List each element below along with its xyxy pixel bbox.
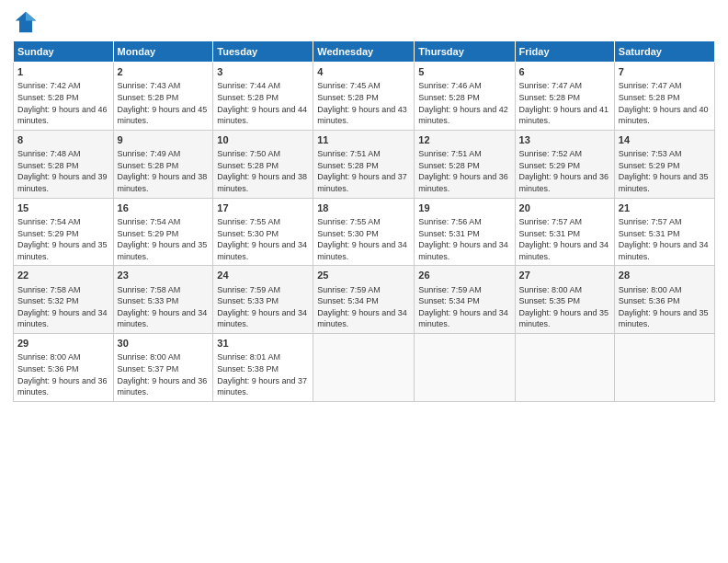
calendar-cell: 12Sunrise: 7:51 AMSunset: 5:28 PMDayligh…: [415, 130, 515, 198]
day-number: 6: [519, 65, 610, 79]
week-row-1: 1Sunrise: 7:42 AMSunset: 5:28 PMDaylight…: [14, 63, 715, 131]
day-number: 5: [418, 65, 510, 79]
sunset-label: Sunset: 5:28 PM: [519, 93, 581, 102]
sunset-label: Sunset: 5:28 PM: [217, 161, 279, 170]
sunset-label: Sunset: 5:28 PM: [118, 161, 179, 170]
day-number: 27: [519, 269, 610, 282]
sunrise-label: Sunrise: 7:56 AM: [418, 217, 482, 226]
page-header: [13, 9, 715, 35]
day-number: 30: [118, 337, 210, 350]
daylight-label: Daylight: 9 hours and 35 minutes.: [619, 172, 709, 193]
sunset-label: Sunset: 5:31 PM: [619, 229, 680, 238]
sunrise-label: Sunrise: 7:47 AM: [619, 81, 682, 90]
daylight-label: Daylight: 9 hours and 35 minutes.: [519, 308, 609, 329]
sunrise-label: Sunrise: 7:52 AM: [519, 149, 583, 158]
daylight-label: Daylight: 9 hours and 34 minutes.: [17, 308, 108, 329]
column-header-friday: Friday: [515, 41, 614, 63]
daylight-label: Daylight: 9 hours and 46 minutes.: [17, 105, 108, 126]
daylight-label: Daylight: 9 hours and 43 minutes.: [317, 105, 407, 126]
calendar-cell: 16Sunrise: 7:54 AMSunset: 5:29 PMDayligh…: [113, 198, 213, 266]
day-number: 23: [118, 269, 210, 282]
day-number: 8: [17, 133, 109, 147]
sunrise-label: Sunrise: 8:00 AM: [619, 285, 682, 294]
column-header-monday: Monday: [113, 41, 213, 63]
sunset-label: Sunset: 5:28 PM: [317, 161, 379, 170]
daylight-label: Daylight: 9 hours and 44 minutes.: [217, 105, 307, 126]
week-row-3: 15Sunrise: 7:54 AMSunset: 5:29 PMDayligh…: [14, 198, 715, 266]
daylight-label: Daylight: 9 hours and 34 minutes.: [519, 240, 609, 261]
daylight-label: Daylight: 9 hours and 34 minutes.: [118, 308, 208, 329]
sunrise-label: Sunrise: 7:42 AM: [17, 81, 81, 90]
calendar-cell: 14Sunrise: 7:53 AMSunset: 5:29 PMDayligh…: [614, 130, 714, 198]
daylight-label: Daylight: 9 hours and 38 minutes.: [118, 172, 208, 193]
calendar-cell: 22Sunrise: 7:58 AMSunset: 5:32 PMDayligh…: [14, 266, 114, 334]
page-container: SundayMondayTuesdayWednesdayThursdayFrid…: [0, 0, 728, 411]
sunset-label: Sunset: 5:29 PM: [519, 161, 581, 170]
calendar-cell: [415, 334, 515, 402]
daylight-label: Daylight: 9 hours and 40 minutes.: [619, 105, 709, 126]
calendar-cell: 19Sunrise: 7:56 AMSunset: 5:31 PMDayligh…: [415, 198, 515, 266]
daylight-label: Daylight: 9 hours and 34 minutes.: [418, 308, 508, 329]
sunset-label: Sunset: 5:28 PM: [619, 93, 680, 102]
sunset-label: Sunset: 5:29 PM: [118, 229, 179, 238]
daylight-label: Daylight: 9 hours and 34 minutes.: [317, 240, 407, 261]
calendar-table: SundayMondayTuesdayWednesdayThursdayFrid…: [13, 40, 715, 402]
daylight-label: Daylight: 9 hours and 35 minutes.: [118, 240, 208, 261]
sunset-label: Sunset: 5:28 PM: [17, 93, 79, 102]
sunrise-label: Sunrise: 7:51 AM: [317, 149, 381, 158]
calendar-cell: 31Sunrise: 8:01 AMSunset: 5:38 PMDayligh…: [213, 334, 313, 402]
calendar-cell: 24Sunrise: 7:59 AMSunset: 5:33 PMDayligh…: [213, 266, 313, 334]
day-number: 3: [217, 65, 309, 79]
week-row-5: 29Sunrise: 8:00 AMSunset: 5:36 PMDayligh…: [14, 334, 715, 402]
sunrise-label: Sunrise: 7:55 AM: [217, 217, 280, 226]
sunrise-label: Sunrise: 7:54 AM: [118, 217, 181, 226]
daylight-label: Daylight: 9 hours and 36 minutes.: [17, 376, 108, 397]
sunset-label: Sunset: 5:31 PM: [519, 229, 581, 238]
day-number: 28: [619, 269, 711, 282]
calendar-cell: 1Sunrise: 7:42 AMSunset: 5:28 PMDaylight…: [14, 63, 114, 131]
calendar-cell: 28Sunrise: 8:00 AMSunset: 5:36 PMDayligh…: [614, 266, 714, 334]
sunset-label: Sunset: 5:34 PM: [418, 296, 480, 305]
day-number: 31: [217, 337, 309, 350]
day-number: 10: [217, 133, 309, 147]
sunrise-label: Sunrise: 8:01 AM: [217, 352, 280, 362]
sunset-label: Sunset: 5:29 PM: [619, 161, 680, 170]
daylight-label: Daylight: 9 hours and 37 minutes.: [217, 376, 307, 397]
daylight-label: Daylight: 9 hours and 36 minutes.: [519, 172, 609, 193]
sunrise-label: Sunrise: 7:59 AM: [217, 285, 280, 294]
calendar-header-row: SundayMondayTuesdayWednesdayThursdayFrid…: [14, 41, 715, 63]
sunrise-label: Sunrise: 7:59 AM: [418, 285, 482, 294]
day-number: 18: [317, 201, 410, 215]
day-number: 2: [118, 65, 210, 79]
logo-icon: [13, 9, 39, 35]
calendar-cell: [515, 334, 614, 402]
calendar-cell: [614, 334, 714, 402]
calendar-cell: 15Sunrise: 7:54 AMSunset: 5:29 PMDayligh…: [14, 198, 114, 266]
daylight-label: Daylight: 9 hours and 41 minutes.: [519, 105, 609, 126]
day-number: 15: [17, 201, 109, 215]
daylight-label: Daylight: 9 hours and 36 minutes.: [418, 172, 508, 193]
column-header-sunday: Sunday: [14, 41, 114, 63]
calendar-body: 1Sunrise: 7:42 AMSunset: 5:28 PMDaylight…: [14, 63, 715, 402]
logo: [13, 9, 42, 35]
daylight-label: Daylight: 9 hours and 34 minutes.: [217, 240, 307, 261]
week-row-4: 22Sunrise: 7:58 AMSunset: 5:32 PMDayligh…: [14, 266, 715, 334]
sunrise-label: Sunrise: 7:57 AM: [619, 217, 682, 226]
sunrise-label: Sunrise: 7:47 AM: [519, 81, 583, 90]
sunset-label: Sunset: 5:34 PM: [317, 296, 379, 305]
calendar-cell: 5Sunrise: 7:46 AMSunset: 5:28 PMDaylight…: [415, 63, 515, 131]
daylight-label: Daylight: 9 hours and 34 minutes.: [418, 240, 508, 261]
day-number: 7: [619, 65, 711, 79]
daylight-label: Daylight: 9 hours and 38 minutes.: [217, 172, 307, 193]
sunrise-label: Sunrise: 7:59 AM: [317, 285, 381, 294]
day-number: 21: [619, 201, 711, 215]
daylight-label: Daylight: 9 hours and 39 minutes.: [17, 172, 108, 193]
day-number: 25: [317, 269, 410, 282]
sunrise-label: Sunrise: 8:00 AM: [519, 285, 583, 294]
sunrise-label: Sunrise: 7:54 AM: [17, 217, 81, 226]
sunset-label: Sunset: 5:36 PM: [17, 364, 79, 373]
sunrise-label: Sunrise: 7:57 AM: [519, 217, 583, 226]
calendar-cell: 2Sunrise: 7:43 AMSunset: 5:28 PMDaylight…: [113, 63, 213, 131]
calendar-cell: 26Sunrise: 7:59 AMSunset: 5:34 PMDayligh…: [415, 266, 515, 334]
column-header-tuesday: Tuesday: [213, 41, 313, 63]
